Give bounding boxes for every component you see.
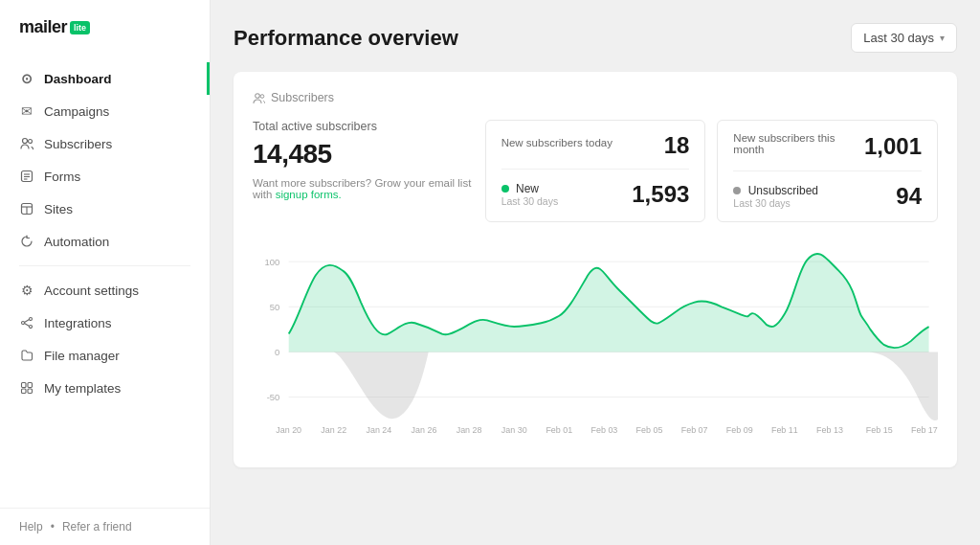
svg-line-12 xyxy=(25,320,30,323)
sites-icon xyxy=(19,201,34,216)
svg-point-11 xyxy=(30,326,33,329)
svg-text:Jan 22: Jan 22 xyxy=(321,425,346,435)
performance-card: Subscribers Total active subscribers 14,… xyxy=(234,72,957,467)
section-subscribers-label: Subscribers xyxy=(271,91,334,104)
svg-text:Jan 20: Jan 20 xyxy=(276,425,301,435)
svg-point-1 xyxy=(29,140,33,144)
svg-point-19 xyxy=(260,94,264,98)
new-value: 1,593 xyxy=(632,181,689,208)
svg-text:Feb 15: Feb 15 xyxy=(866,425,893,435)
sidebar-item-my-templates[interactable]: My templates xyxy=(0,372,210,404)
svg-text:Jan 28: Jan 28 xyxy=(457,425,482,435)
unsub-dot xyxy=(733,187,741,194)
logo-text: mailer xyxy=(19,17,67,37)
svg-rect-17 xyxy=(28,389,33,394)
sidebar-nav: ⊙ Dashboard ✉ Campaigns Subscribers Form… xyxy=(0,55,210,508)
new-today-value: 18 xyxy=(664,132,690,159)
chevron-down-icon: ▾ xyxy=(940,33,945,43)
subscribers-section-icon xyxy=(253,92,265,104)
total-subscribers-block: Total active subscribers 14,485 Want mor… xyxy=(253,120,474,222)
svg-text:-50: -50 xyxy=(267,392,280,402)
signup-forms-link[interactable]: signup forms. xyxy=(276,189,342,200)
svg-point-10 xyxy=(30,318,33,321)
sidebar-item-subscribers[interactable]: Subscribers xyxy=(0,127,210,160)
svg-point-9 xyxy=(22,322,25,325)
sidebar-item-file-manager[interactable]: File manager xyxy=(0,339,210,372)
new-label: New xyxy=(516,182,539,195)
sidebar-item-integrations[interactable]: Integrations xyxy=(0,307,210,339)
my-templates-icon xyxy=(19,380,34,396)
chart-svg: 100 50 0 -50 Jan 20 Jan 22 Jan 24 Jan 26… xyxy=(253,238,938,448)
svg-text:Feb 09: Feb 09 xyxy=(726,425,753,435)
total-label: Total active subscribers xyxy=(253,120,474,133)
svg-text:Feb 03: Feb 03 xyxy=(591,425,618,435)
sidebar-item-label: My templates xyxy=(44,381,121,396)
svg-point-0 xyxy=(23,139,28,144)
svg-text:100: 100 xyxy=(265,257,280,267)
sidebar-item-label: Automation xyxy=(44,235,109,249)
sidebar-item-label: Campaigns xyxy=(44,104,109,119)
sidebar-item-forms[interactable]: Forms xyxy=(0,160,210,193)
sidebar-item-sites[interactable]: Sites xyxy=(0,193,210,225)
subscribers-icon xyxy=(19,136,34,151)
subscribers-chart: 100 50 0 -50 Jan 20 Jan 22 Jan 24 Jan 26… xyxy=(253,238,938,448)
sidebar-item-account-settings[interactable]: ⚙ Account settings xyxy=(0,274,210,307)
new-dot xyxy=(501,185,509,193)
unsub-area xyxy=(289,352,938,420)
page-header: Performance overview Last 30 days ▾ xyxy=(234,23,957,53)
col3-stats: New subscribers this month 1,001 Unsubsc… xyxy=(717,120,938,222)
new-sublabel: Last 30 days xyxy=(501,195,559,207)
file-manager-icon xyxy=(19,348,34,363)
new-subs-area xyxy=(289,254,929,352)
campaigns-icon: ✉ xyxy=(19,103,34,119)
svg-point-18 xyxy=(256,93,260,98)
account-settings-icon: ⚙ xyxy=(19,283,34,298)
sidebar-item-label: Integrations xyxy=(44,316,112,330)
logo: mailerlite xyxy=(0,0,210,55)
svg-text:Jan 30: Jan 30 xyxy=(501,425,527,435)
main-content: Performance overview Last 30 days ▾ Subs… xyxy=(211,0,980,545)
sidebar-item-label: Forms xyxy=(44,170,80,184)
forms-icon xyxy=(19,169,34,184)
logo-badge: lite xyxy=(70,21,90,34)
sidebar: mailerlite ⊙ Dashboard ✉ Campaigns Subsc… xyxy=(0,0,211,545)
automation-icon xyxy=(19,234,34,249)
svg-text:Feb 13: Feb 13 xyxy=(816,425,843,435)
unsub-sublabel: Last 30 days xyxy=(733,197,818,209)
svg-rect-15 xyxy=(28,383,33,388)
sidebar-item-label: Account settings xyxy=(44,284,139,298)
date-filter-label: Last 30 days xyxy=(863,31,934,45)
svg-text:0: 0 xyxy=(275,347,279,357)
svg-text:Jan 26: Jan 26 xyxy=(412,425,437,435)
section-title: Subscribers xyxy=(253,91,938,104)
svg-text:Feb 01: Feb 01 xyxy=(546,425,572,435)
sidebar-item-label: Subscribers xyxy=(44,137,112,151)
svg-line-13 xyxy=(25,324,30,327)
total-value: 14,485 xyxy=(253,139,474,170)
unsub-label: Unsubscribed xyxy=(748,184,818,197)
unsub-value: 94 xyxy=(896,183,922,210)
dashboard-icon: ⊙ xyxy=(19,71,34,86)
svg-text:Feb 17: Feb 17 xyxy=(911,425,938,435)
date-filter-button[interactable]: Last 30 days ▾ xyxy=(851,23,957,53)
unsub-info: Unsubscribed Last 30 days xyxy=(733,184,818,209)
help-link[interactable]: Help xyxy=(19,520,43,534)
svg-text:50: 50 xyxy=(270,302,279,312)
signup-text: Want more subscribers? Grow your email l… xyxy=(253,177,474,200)
refer-link[interactable]: Refer a friend xyxy=(62,520,132,534)
sidebar-item-automation[interactable]: Automation xyxy=(0,225,210,258)
svg-rect-14 xyxy=(22,383,27,388)
new-month-value: 1,001 xyxy=(864,133,922,160)
svg-text:Feb 11: Feb 11 xyxy=(771,425,798,435)
new-today-label: New subscribers today xyxy=(501,137,612,148)
svg-text:Jan 24: Jan 24 xyxy=(366,425,391,435)
col2-stats: New subscribers today 18 New Last 30 day… xyxy=(485,120,706,222)
integrations-icon xyxy=(19,315,34,330)
svg-text:Feb 05: Feb 05 xyxy=(636,425,663,435)
footer-separator: • xyxy=(51,520,55,534)
sidebar-item-campaigns[interactable]: ✉ Campaigns xyxy=(0,95,210,127)
new-30-info: New Last 30 days xyxy=(501,182,559,207)
sidebar-item-dashboard[interactable]: ⊙ Dashboard xyxy=(0,62,210,95)
sidebar-item-label: File manager xyxy=(44,349,120,363)
new-month-label: New subscribers this month xyxy=(733,132,864,155)
